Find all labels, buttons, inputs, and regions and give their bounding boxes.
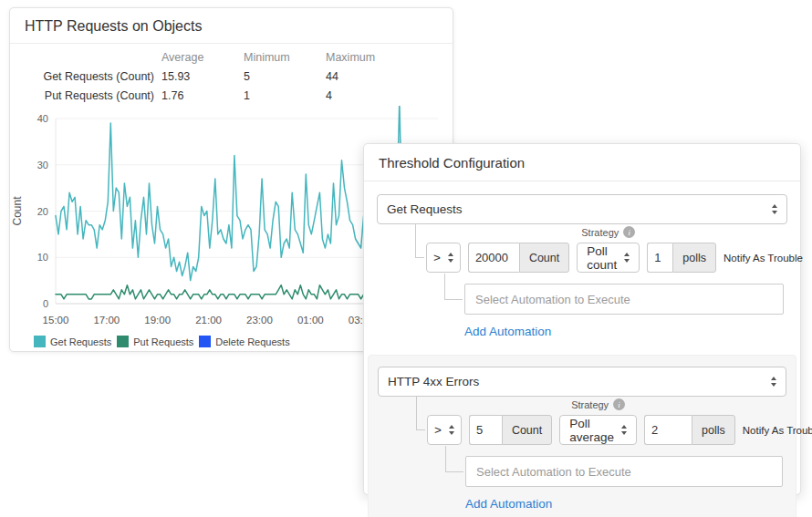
- stats-header-minimum: Minimum: [244, 51, 326, 64]
- threshold-value-input[interactable]: [468, 243, 519, 273]
- unit-addon: Count: [502, 415, 552, 445]
- legend-swatch-icon: [199, 336, 211, 347]
- select-caret-icon: [448, 253, 453, 263]
- add-automation-link[interactable]: Add Automation: [464, 325, 551, 338]
- stats-put-average: 1.76: [161, 89, 244, 102]
- svg-text:19:00: 19:00: [144, 315, 171, 326]
- poll-count-input[interactable]: [647, 243, 672, 273]
- select-caret-icon: [771, 377, 776, 387]
- notify-as-trouble-label: Notify As Trouble: [724, 253, 803, 264]
- svg-text:20: 20: [37, 206, 48, 217]
- threshold-panel-title: Threshold Configuration: [364, 144, 800, 181]
- strategy-value: Poll count: [587, 244, 617, 272]
- operator-value: >: [434, 423, 442, 437]
- threshold-rule-row: > Count Strategy i Poll average: [427, 398, 786, 445]
- threshold-section-get-requests: Get Requests > Count Strategy i: [375, 191, 789, 344]
- svg-text:21:00: 21:00: [195, 315, 222, 326]
- legend-swatch-icon: [117, 336, 129, 347]
- notify-as-trouble-label: Notify As Trouble: [743, 425, 812, 436]
- svg-text:15:00: 15:00: [43, 315, 69, 326]
- metric-select-get-requests[interactable]: Get Requests: [377, 194, 787, 224]
- stats-put-minimum: 1: [244, 89, 326, 102]
- stats-row-label-get: Get Requests (Count): [25, 70, 161, 83]
- stats-get-maximum: 44: [326, 70, 453, 83]
- threshold-value-input[interactable]: [469, 415, 502, 445]
- strategy-label-row: Strategy i: [581, 226, 635, 238]
- legend-swatch-icon: [34, 336, 46, 347]
- legend-item[interactable]: Get Requests: [34, 336, 111, 347]
- stats-get-minimum: 5: [244, 70, 326, 83]
- strategy-column: Strategy i Poll average: [559, 398, 637, 445]
- threshold-value-group: Count: [469, 415, 552, 445]
- select-caret-icon: [772, 204, 777, 214]
- automation-select-input[interactable]: [465, 456, 783, 487]
- svg-text:10: 10: [37, 252, 48, 263]
- automation-select-input[interactable]: [464, 284, 784, 315]
- threshold-value-group: Count: [468, 243, 569, 273]
- chart-panel-title: HTTP Requests on Objects: [10, 8, 453, 44]
- select-caret-icon: [621, 425, 627, 435]
- poll-count-input[interactable]: [644, 415, 692, 445]
- strategy-label: Strategy: [571, 399, 609, 410]
- threshold-rule-row: > Count Strategy i Poll count: [426, 226, 787, 273]
- metric-select-value: Get Requests: [387, 202, 463, 216]
- legend-label: Put Requests: [133, 336, 193, 347]
- threshold-section-http-4xx-errors: HTTP 4xx Errors > Count Strategy i: [368, 355, 796, 517]
- metric-select-value: HTTP 4xx Errors: [388, 375, 479, 388]
- y-axis-label: Count: [11, 196, 24, 226]
- stats-header-maximum: Maximum: [326, 51, 453, 64]
- operator-select[interactable]: >: [427, 415, 462, 445]
- info-icon[interactable]: i: [623, 226, 635, 238]
- stats-header-average: Average: [161, 51, 244, 64]
- stats-put-maximum: 4: [326, 89, 453, 102]
- strategy-value: Poll average: [569, 417, 614, 444]
- stats-get-average: 15.93: [161, 70, 244, 83]
- select-caret-icon: [624, 253, 630, 263]
- strategy-select[interactable]: Poll count: [577, 243, 640, 273]
- operator-value: >: [433, 251, 441, 264]
- legend-item[interactable]: Delete Requests: [199, 336, 289, 347]
- unit-addon: Count: [519, 243, 569, 273]
- threshold-panel-body: Get Requests > Count Strategy i: [364, 181, 800, 517]
- legend-label: Delete Requests: [215, 336, 289, 347]
- strategy-column: Strategy i Poll count: [577, 226, 640, 273]
- svg-text:30: 30: [37, 160, 48, 171]
- connector-line: [444, 274, 463, 300]
- svg-text:23:00: 23:00: [246, 315, 273, 326]
- select-caret-icon: [449, 425, 454, 435]
- strategy-label-row: Strategy i: [571, 398, 625, 410]
- svg-text:40: 40: [37, 113, 48, 124]
- legend-item[interactable]: Put Requests: [117, 336, 193, 347]
- operator-select[interactable]: >: [426, 243, 461, 273]
- stats-row-label-put: Put Requests (Count): [25, 89, 161, 102]
- strategy-label: Strategy: [581, 227, 619, 238]
- connector-line: [416, 397, 425, 430]
- strategy-select[interactable]: Poll average: [559, 415, 637, 445]
- connector-line: [445, 446, 463, 472]
- add-automation-link[interactable]: Add Automation: [465, 497, 552, 511]
- connector-line: [415, 224, 424, 258]
- poll-count-group: polls: [644, 415, 735, 445]
- stats-table: Average Minimum Maximum Get Requests (Co…: [10, 44, 453, 104]
- svg-text:0: 0: [43, 298, 48, 309]
- metric-select-http-4xx-errors[interactable]: HTTP 4xx Errors: [378, 367, 786, 397]
- svg-text:01:00: 01:00: [297, 315, 324, 326]
- threshold-configuration-panel: Threshold Configuration Get Requests > C…: [363, 143, 801, 495]
- poll-count-group: polls: [647, 243, 716, 273]
- polls-addon: polls: [672, 243, 716, 273]
- polls-addon: polls: [692, 415, 735, 445]
- info-icon[interactable]: i: [613, 398, 625, 410]
- legend-label: Get Requests: [50, 336, 111, 347]
- svg-text:17:00: 17:00: [93, 315, 120, 326]
